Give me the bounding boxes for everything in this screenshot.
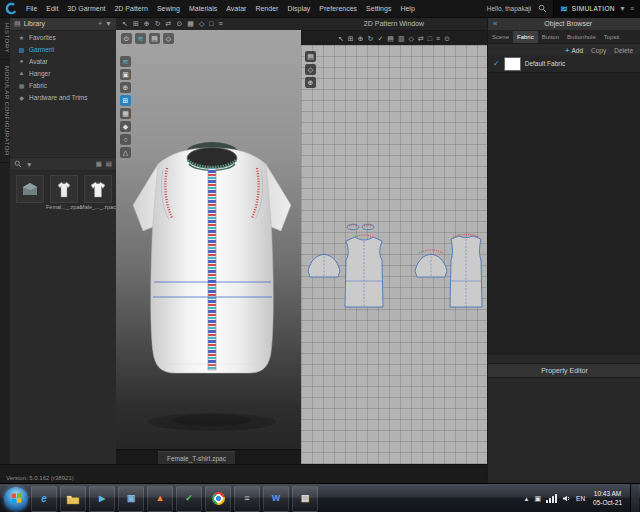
viewport-menu-icon[interactable]: ≡ bbox=[219, 20, 223, 27]
search-icon[interactable] bbox=[14, 160, 22, 168]
library-item-favorites[interactable]: ★ Favorites bbox=[10, 31, 116, 43]
search-icon[interactable] bbox=[538, 4, 547, 13]
grid-view-icon[interactable]: ▦ bbox=[96, 160, 102, 168]
taskbar-icon-antivirus[interactable]: ✓ bbox=[176, 486, 202, 512]
hamburger-menu-icon[interactable]: ≡ bbox=[630, 5, 634, 12]
thumbnail-parent-folder[interactable] bbox=[15, 175, 45, 210]
library-item-garment[interactable]: ▧ Garment bbox=[10, 43, 116, 55]
clock-date: 05-Oct-21 bbox=[593, 499, 622, 508]
zoom-tool-icon[interactable]: ⊙ bbox=[176, 20, 182, 28]
property-editor-title: Property Editor bbox=[541, 367, 588, 374]
canvas-3d[interactable]: ⊙ ≋ ▤ ◇ ≋ ▣ ⊕ ⊞ ▦ ◆ ○ △ bbox=[116, 30, 301, 450]
add-point-tool-icon[interactable]: ▥ bbox=[398, 35, 405, 43]
internal-line-tool-icon[interactable]: ≡ bbox=[436, 35, 440, 42]
user-greeting: Hello, thapakaji bbox=[487, 5, 531, 12]
add-fabric-button[interactable]: + Add bbox=[565, 47, 583, 54]
word-icon: W bbox=[272, 494, 281, 503]
hanger-icon: ▲ bbox=[18, 70, 25, 76]
library-item-fabric[interactable]: ▦ Fabric bbox=[10, 79, 116, 91]
frame-all-icon[interactable]: □ bbox=[209, 20, 213, 27]
transform-2d-tool-icon[interactable]: ⊕ bbox=[358, 35, 364, 43]
menu-avatar[interactable]: Avatar bbox=[226, 5, 246, 12]
menu-file[interactable]: File bbox=[26, 5, 37, 12]
menu-materials[interactable]: Materials bbox=[189, 5, 217, 12]
fabric-list-item[interactable]: ✓ Default Fabric bbox=[488, 55, 640, 73]
copy-fabric-button[interactable]: Copy bbox=[591, 47, 606, 54]
library-item-label: Avatar bbox=[29, 58, 48, 65]
menu-edit[interactable]: Edit bbox=[46, 5, 58, 12]
simulation-toggle[interactable]: ≋ SIMULATION ▼ ≡ bbox=[553, 0, 640, 17]
library-item-hanger[interactable]: ▲ Hanger bbox=[10, 67, 116, 79]
gizmo-toggle-icon[interactable]: ◇ bbox=[199, 20, 204, 28]
taskbar-icon-media-player[interactable]: ▶ bbox=[89, 486, 115, 512]
grid-toggle-icon[interactable]: ▦ bbox=[187, 20, 194, 28]
tab-button[interactable]: Button bbox=[538, 31, 563, 43]
filter-caret-icon[interactable]: ▼ bbox=[26, 161, 32, 168]
notch-tool-icon[interactable]: ⇄ bbox=[418, 35, 424, 43]
star-icon: ★ bbox=[18, 34, 25, 41]
menu-help[interactable]: Help bbox=[400, 5, 414, 12]
thumbnail-male-tshirt[interactable]: Male_..._.zpac bbox=[83, 175, 113, 210]
pattern-pieces bbox=[301, 45, 487, 464]
object-browser-title: Object Browser bbox=[500, 20, 636, 27]
sewing-tool-icon[interactable]: ✓ bbox=[377, 35, 383, 43]
taskbar-icon-word[interactable]: W bbox=[263, 486, 289, 512]
taskbar-icon-notes[interactable]: ▤ bbox=[292, 486, 318, 512]
show-desktop-button[interactable] bbox=[630, 484, 639, 512]
rotate-tool-icon[interactable]: ↻ bbox=[155, 20, 161, 28]
select-tool-icon[interactable]: ↖ bbox=[122, 20, 128, 28]
clock-time: 10:43 AM bbox=[593, 490, 622, 499]
marquee-tool-icon[interactable]: ⊞ bbox=[133, 20, 139, 28]
list-view-icon[interactable]: ▤ bbox=[106, 160, 112, 168]
canvas-2d[interactable]: ▤ ◇ ⊕ bbox=[301, 45, 487, 464]
simulation-logo-icon: ≋ bbox=[560, 4, 568, 14]
library-collapse-icon[interactable]: ▼ bbox=[105, 20, 112, 27]
taskbar-icon-code-editor[interactable]: ≡ bbox=[234, 486, 260, 512]
move-tool-icon[interactable]: ⊕ bbox=[144, 20, 150, 28]
polygon-tool-icon[interactable]: ◇ bbox=[409, 35, 414, 43]
select-2d-tool-icon[interactable]: ↖ bbox=[338, 35, 344, 43]
tab-buttonhole[interactable]: Buttonhole bbox=[563, 31, 600, 43]
dart-tool-icon[interactable]: ⊙ bbox=[444, 35, 450, 43]
rectangle-tool-icon[interactable]: □ bbox=[428, 35, 432, 42]
taskbar-clock[interactable]: 10:43 AM 05-Oct-21 bbox=[593, 490, 622, 508]
property-editor-header[interactable]: Property Editor bbox=[488, 363, 640, 378]
menu-3d-garment[interactable]: 3D Garment bbox=[67, 5, 105, 12]
menu-sewing[interactable]: Sewing bbox=[157, 5, 180, 12]
tray-app-icon[interactable]: ▣ bbox=[534, 495, 541, 502]
delete-fabric-button[interactable]: Delete bbox=[614, 47, 633, 54]
chevron-down-icon[interactable]: ▼ bbox=[619, 5, 626, 12]
library-add-icon[interactable]: + bbox=[98, 20, 102, 27]
network-icon[interactable] bbox=[546, 494, 557, 503]
collapse-panel-icon[interactable]: « bbox=[493, 17, 497, 30]
taskbar-icon-photo-viewer[interactable]: ▣ bbox=[118, 486, 144, 512]
history-vertical-tab[interactable]: HISTORY bbox=[0, 17, 10, 60]
tray-expand-icon[interactable]: ▲ bbox=[523, 496, 529, 502]
menu-2d-pattern[interactable]: 2D Pattern bbox=[114, 5, 147, 12]
tab-fabric[interactable]: Fabric bbox=[513, 31, 538, 43]
menu-display[interactable]: Display bbox=[287, 5, 310, 12]
document-tab-bar: Female_T-shirt.zpac bbox=[116, 449, 301, 464]
taskbar-icon-file-explorer[interactable] bbox=[60, 486, 86, 512]
pattern-window-title: 2D Pattern Window bbox=[364, 20, 424, 27]
menu-preferences[interactable]: Preferences bbox=[319, 5, 357, 12]
thumbnail-female-tshirt[interactable]: Femal..._.zpac bbox=[49, 175, 79, 210]
taskbar-icon-internet-explorer[interactable]: e bbox=[31, 486, 57, 512]
menu-render[interactable]: Render bbox=[255, 5, 278, 12]
document-tab[interactable]: Female_T-shirt.zpac bbox=[158, 451, 235, 465]
tab-topstitch[interactable]: Topsti bbox=[600, 31, 624, 43]
menu-settings[interactable]: Settings bbox=[366, 5, 391, 12]
tab-scene[interactable]: Scene bbox=[488, 31, 513, 43]
volume-icon[interactable] bbox=[562, 494, 571, 503]
library-item-hardware-trims[interactable]: ◆ Hardware and Trims bbox=[10, 91, 116, 103]
taskbar-icon-chrome[interactable] bbox=[205, 486, 231, 512]
box-select-2d-tool-icon[interactable]: ⊞ bbox=[348, 35, 354, 43]
edit-pattern-tool-icon[interactable]: ▤ bbox=[387, 35, 394, 43]
start-button[interactable] bbox=[4, 487, 28, 511]
rotate-2d-tool-icon[interactable]: ↻ bbox=[368, 35, 374, 43]
modular-configurator-vertical-tab[interactable]: MODULAR CONFIGURATOR bbox=[0, 60, 10, 163]
language-indicator[interactable]: EN bbox=[576, 495, 585, 502]
taskbar-icon-vlc[interactable]: ▲ bbox=[147, 486, 173, 512]
library-item-avatar[interactable]: ● Avatar bbox=[10, 55, 116, 67]
pan-tool-icon[interactable]: ⇄ bbox=[166, 20, 172, 28]
